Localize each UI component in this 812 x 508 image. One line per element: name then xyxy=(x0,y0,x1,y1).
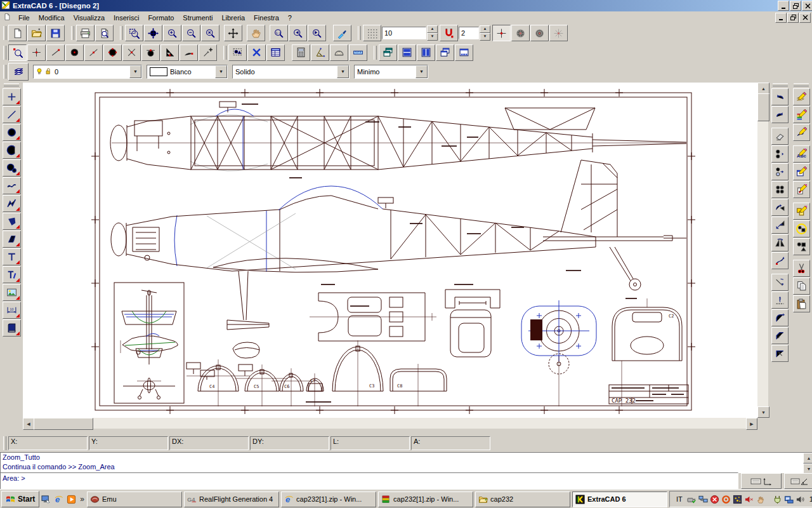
snap-intersection-button[interactable] xyxy=(122,44,141,61)
measure-distance-button[interactable] xyxy=(349,44,367,61)
linetype-combo[interactable]: Solido ▼ xyxy=(232,65,350,79)
child-close-button[interactable] xyxy=(799,13,811,23)
redraw-brush-button[interactable] xyxy=(333,25,351,41)
move-object-button[interactable] xyxy=(771,163,789,180)
menu-file[interactable]: File xyxy=(14,13,34,23)
scroll-up-button[interactable]: ▲ xyxy=(757,83,769,94)
task-zip[interactable]: cap232cap232[1].zip - Win...cap232[1].zi… xyxy=(378,491,473,507)
snap-spacing-down-button[interactable]: ▼ xyxy=(480,33,490,41)
toolbar-grip[interactable] xyxy=(120,26,123,40)
trim-object-button[interactable] xyxy=(771,274,789,291)
command-history[interactable]: Zoom_Tutto Continua il comando >> Zoom_A… xyxy=(0,452,812,474)
menu-help[interactable]: ? xyxy=(284,13,296,23)
security-ring-icon[interactable] xyxy=(721,495,731,504)
window-cascade-button[interactable] xyxy=(436,44,454,61)
start-button[interactable]: Start xyxy=(1,491,39,507)
toolbar-grip[interactable] xyxy=(223,46,226,60)
toolbar-grip[interactable] xyxy=(4,83,19,86)
menu-inserisci[interactable]: Inserisci xyxy=(109,13,143,23)
toolbar-grip[interactable] xyxy=(3,65,6,79)
snap-midpoint-button[interactable] xyxy=(84,44,103,61)
draw-styled-text-button[interactable] xyxy=(3,266,21,283)
scale-object-button[interactable] xyxy=(771,217,789,234)
snap-spacing-input[interactable] xyxy=(459,27,479,39)
copy-clipboard-button[interactable] xyxy=(793,277,810,295)
pan-button[interactable] xyxy=(224,25,242,41)
erase-object-button[interactable] xyxy=(771,128,789,145)
scroll-right-button[interactable]: ▶ xyxy=(746,418,757,430)
cut-clipboard-button[interactable] xyxy=(793,260,810,277)
snap-point-zoom-button[interactable] xyxy=(8,44,27,61)
toolbar-grip[interactable] xyxy=(794,83,809,86)
measure-angle-button[interactable] xyxy=(311,44,329,61)
edit-verify-button[interactable] xyxy=(793,181,810,198)
corner-trim-button[interactable] xyxy=(771,345,789,362)
edit-polyline-button[interactable] xyxy=(793,124,810,141)
window-cascade-colored-button[interactable] xyxy=(379,44,397,61)
snap-spacing-up-button[interactable]: ▲ xyxy=(480,25,490,33)
toolbar-grip[interactable] xyxy=(374,46,377,60)
open-button[interactable] xyxy=(27,25,46,41)
network-computers-icon[interactable] xyxy=(698,495,708,504)
pointer-hand-icon[interactable] xyxy=(756,495,765,504)
zoom-out-button[interactable] xyxy=(182,25,200,41)
window-arrange-icons-button[interactable] xyxy=(455,44,473,61)
power-plug-icon[interactable] xyxy=(773,495,782,504)
window-tile-vertical-button[interactable] xyxy=(417,44,435,61)
redo-button[interactable] xyxy=(771,106,789,123)
draw-circle-button[interactable] xyxy=(3,124,21,141)
toolbar-grip[interactable] xyxy=(3,46,6,60)
protractor-button[interactable] xyxy=(330,44,348,61)
zoom-all-button[interactable] xyxy=(144,25,162,41)
snap-center-button[interactable] xyxy=(65,44,84,61)
draw-dimension-button[interactable]: 10 xyxy=(3,302,21,319)
grid-spacing-up-button[interactable]: ▲ xyxy=(427,25,438,33)
zoom-extents-button[interactable] xyxy=(201,25,219,41)
internet-explorer-icon[interactable]: e xyxy=(52,493,65,505)
layers-button[interactable] xyxy=(8,63,29,81)
print-preview-button[interactable] xyxy=(95,25,114,41)
volume-icon[interactable] xyxy=(796,495,805,504)
menu-strumenti[interactable]: Strumenti xyxy=(178,13,217,23)
task-extracad[interactable]: ExtraCAD 6 xyxy=(572,491,667,507)
match-properties-button[interactable] xyxy=(793,203,810,220)
quick-launch-chevron[interactable]: » xyxy=(77,495,87,504)
calculator-button[interactable] xyxy=(292,44,310,61)
color-combo[interactable]: Bianco ▼ xyxy=(147,65,228,79)
print-button[interactable] xyxy=(76,25,95,41)
toolbar-grip[interactable] xyxy=(71,26,74,40)
draw-spline-button[interactable] xyxy=(3,177,21,194)
vertical-scroll-thumb[interactable] xyxy=(757,93,769,121)
dynamic-view-button[interactable] xyxy=(247,25,265,41)
zoom-in-button[interactable] xyxy=(163,25,181,41)
menu-formato[interactable]: Formato xyxy=(143,13,178,23)
canvas-horizontal-scrollbar[interactable]: ◀ ▶ xyxy=(23,418,757,429)
menu-libreria[interactable]: Libreria xyxy=(217,13,249,23)
draw-ellipse-button[interactable] xyxy=(3,159,21,177)
zoom-window-button[interactable] xyxy=(125,25,143,41)
insert-image-button[interactable] xyxy=(3,284,21,301)
draw-polygon-button[interactable] xyxy=(3,213,21,230)
snap-perpendicular-button[interactable] xyxy=(160,44,179,61)
task-emu[interactable]: Emu xyxy=(87,491,182,507)
restore-button[interactable] xyxy=(790,1,801,11)
draw-polyline-button[interactable] xyxy=(3,195,21,212)
horizontal-scroll-thumb[interactable] xyxy=(34,418,93,430)
scroll-left-button[interactable]: ◀ xyxy=(23,418,34,430)
edit-object-button[interactable] xyxy=(793,88,810,105)
language-indicator[interactable]: IT xyxy=(674,495,685,503)
toolbar-grip[interactable] xyxy=(358,26,361,40)
draw-arc-button[interactable] xyxy=(3,142,21,159)
child-minimize-button[interactable] xyxy=(775,13,787,23)
command-input[interactable]: Area: > xyxy=(0,472,738,490)
task-browser[interactable]: ecap232[1].zip - Win... xyxy=(281,491,376,507)
extend-object-button[interactable] xyxy=(771,291,789,309)
draw-line-button[interactable] xyxy=(3,106,21,123)
grid-spacing-input[interactable] xyxy=(382,27,426,39)
media-player-icon[interactable] xyxy=(65,493,77,505)
menu-finestra[interactable]: Finestra xyxy=(249,13,284,23)
erase-button[interactable] xyxy=(247,44,266,61)
toolbar-grip[interactable] xyxy=(773,83,788,86)
select-window-button[interactable] xyxy=(228,44,247,61)
edit-style-button[interactable] xyxy=(793,106,810,123)
